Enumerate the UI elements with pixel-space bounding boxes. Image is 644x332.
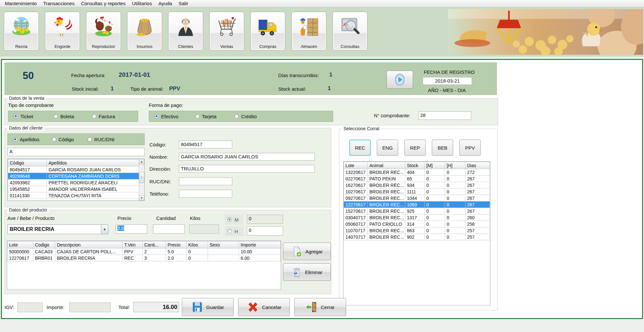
column-header[interactable]: Lote — [344, 162, 368, 169]
table-row[interactable]: 50000000CACA03CAJAS DE CARTON POLL...PPV… — [7, 248, 281, 255]
column-header[interactable]: Animal — [368, 162, 405, 169]
radio-ticket[interactable]: Ticket — [14, 114, 33, 119]
table-row[interactable]: 80494517GARCIA ROSARIO JUAN CARLOS — [8, 166, 139, 173]
table-row[interactable]: 05060717PATO CRIOLLO31400258 — [344, 221, 490, 227]
menu-utilitarios[interactable]: Utilitarios — [129, 0, 155, 6]
radio-ruc-dni[interactable]: RUC/DNI — [87, 137, 115, 142]
corral-button-eng[interactable]: ENG — [377, 140, 398, 156]
toolbar-button-engorde[interactable]: Engorde — [45, 12, 80, 51]
menu-mantenimiento[interactable]: Mantenimiento — [2, 0, 39, 6]
toolbar-button-recria[interactable]: Recria — [4, 12, 39, 51]
toolbar-button-clientes[interactable]: Clientes — [168, 12, 203, 51]
corral-button-beb[interactable]: BEB — [432, 140, 453, 156]
column-header[interactable]: Descripcion — [55, 241, 123, 248]
toolbar-button-almacen[interactable]: Almacén — [291, 12, 326, 51]
column-header[interactable]: Sexo — [208, 241, 239, 248]
cliente-codigo-field[interactable]: 80494517 — [179, 141, 232, 148]
agregar-button[interactable]: Agregar — [283, 243, 331, 260]
column-header[interactable]: Stock — [405, 162, 425, 169]
corral-button-rep[interactable]: REP — [404, 140, 426, 156]
radio-codigo[interactable]: Código — [52, 137, 74, 142]
column-header[interactable]: T.Ven — [123, 241, 143, 248]
column-header[interactable]: Codigo — [33, 241, 55, 248]
column-header[interactable]: Precio — [166, 241, 187, 248]
column-header[interactable]: [M] — [425, 162, 445, 169]
sexo-h-radio[interactable]: H — [225, 226, 244, 236]
cliente-direccion-field[interactable]: TRUJILLO — [179, 165, 315, 173]
menu-consultas-reportes[interactable]: Consultas y reportes — [78, 0, 128, 6]
cerrar-button[interactable]: Cerrar — [294, 298, 346, 316]
radio-dot — [87, 137, 92, 142]
cancelar-button[interactable]: Cancelar — [238, 298, 290, 316]
radio-credito[interactable]: Crédito — [234, 114, 257, 119]
column-header[interactable]: Importe — [239, 241, 281, 248]
cantidad-input[interactable] — [153, 224, 185, 234]
radio-boleta[interactable]: Boleta — [53, 114, 74, 119]
radio-dot — [13, 137, 17, 142]
sexo-m-radio[interactable]: M — [225, 215, 244, 224]
chevron-down-icon[interactable]: ▼ — [101, 225, 108, 234]
menu-transacciones[interactable]: Transacciones — [40, 0, 77, 6]
radio-factura[interactable]: Factura — [92, 114, 115, 119]
producto-dropdown[interactable]: BROILER RECRIA ▼ — [7, 224, 108, 234]
column-header[interactable]: Kilos — [187, 241, 208, 248]
sexo-h-count-input[interactable]: 0 — [247, 226, 283, 235]
cliente-nombre-field[interactable]: GARCIA ROSARIO JUAN CARLOS — [179, 153, 315, 161]
igv-input[interactable] — [17, 303, 43, 312]
cliente-ruc-field[interactable] — [179, 177, 232, 185]
precio-input[interactable]: 2.0 — [115, 224, 147, 234]
sexo-m-count-input[interactable]: 0 — [247, 215, 283, 224]
fecha-registro-field[interactable]: 2018-03-21 — [423, 77, 472, 85]
menu-ayuda[interactable]: Ayuda — [156, 0, 175, 6]
table-row[interactable]: 16270617BROILER REC...93400267 — [344, 182, 490, 189]
scroll-thumb[interactable] — [139, 172, 144, 183]
radio-efectivo[interactable]: Efectivo — [154, 114, 178, 119]
table-row[interactable]: 19545852AMADOR VALDERRAMA ISABEL — [8, 186, 139, 192]
cliente-telefono-field[interactable] — [179, 190, 232, 198]
corral-button-ppv[interactable]: PPV — [459, 140, 481, 156]
table-row[interactable]: 40299648CORTEGANA ZAMBRANO DORIS — [8, 173, 139, 179]
table-row[interactable]: 03040717BROILER REC...131700260 — [344, 214, 490, 221]
refresh-date-button[interactable] — [387, 71, 413, 89]
radio-apellidos[interactable]: Apellidos — [13, 137, 39, 142]
cliente-table: CódigoApellidos80494517GARCIA ROSARIO JU… — [8, 159, 139, 199]
shopping-cart-icon — [216, 16, 237, 37]
importe-input[interactable] — [69, 303, 111, 312]
table-row[interactable]: 13220617BROILER REC...40400272 — [344, 169, 490, 176]
column-header[interactable]: Canti... — [143, 241, 166, 248]
eliminar-button[interactable]: Eliminar — [283, 263, 331, 281]
guardar-button[interactable]: Guardar — [182, 298, 234, 316]
menu-salir[interactable]: Salir — [176, 0, 191, 6]
table-row[interactable]: 01141330TENAZOA CHUTAYI RITA — [8, 192, 139, 199]
scroll-down-button[interactable]: ▼ — [139, 195, 144, 200]
column-header[interactable]: Apellidos — [47, 159, 139, 166]
corral-button-rec[interactable]: REC — [349, 140, 371, 156]
add-document-icon — [291, 246, 303, 257]
radio-tarjeta[interactable]: Tarjeta — [195, 114, 216, 119]
toolbar-button-compras[interactable]: Compras — [250, 12, 285, 51]
column-header[interactable]: Dias — [465, 162, 490, 169]
guardar-label: Guardar — [206, 304, 224, 310]
toolbar-button-ventas[interactable]: Ventas — [209, 12, 244, 51]
radio-dot — [154, 114, 159, 119]
cliente-table-scrollbar[interactable]: ▲ ▼ — [139, 159, 144, 200]
table-row[interactable]: 12270617BRBR01BROILER RECRIAREC32.006.00 — [7, 255, 281, 261]
column-header[interactable]: Código — [8, 159, 47, 166]
cliente-search-input[interactable]: A — [7, 148, 145, 156]
scroll-up-button[interactable]: ▲ — [139, 159, 144, 164]
table-row[interactable]: 42093982PRETTEL RODRIGUEZ ARACELI — [8, 179, 139, 186]
table-row[interactable]: 02270617PATO PEKIN6500267 — [344, 176, 490, 182]
column-header[interactable]: Lote — [7, 241, 33, 248]
table-row[interactable]: 09270617BROILER REC...104400267 — [344, 195, 490, 201]
kilos-input[interactable] — [189, 224, 219, 234]
table-row[interactable]: 12270617BROILER REC...106900267 — [344, 201, 490, 208]
toolbar-button-consultas[interactable]: Consultas — [333, 12, 367, 51]
table-row[interactable]: 11070717BROILER REC...86300257 — [344, 227, 490, 234]
table-row[interactable]: 14070717BROILER REC...90200257 — [344, 234, 490, 240]
toolbar-button-reproductor[interactable]: Reproductor — [86, 12, 121, 51]
toolbar-button-insumos[interactable]: Insumos — [127, 12, 162, 51]
num-comprobante-input[interactable]: 28 — [418, 111, 471, 120]
table-row[interactable]: 15270617BROILER REC...92500267 — [344, 208, 490, 214]
table-row[interactable]: 10270617BROILER REC...111100267 — [344, 189, 490, 195]
column-header[interactable]: [H] — [445, 162, 465, 169]
